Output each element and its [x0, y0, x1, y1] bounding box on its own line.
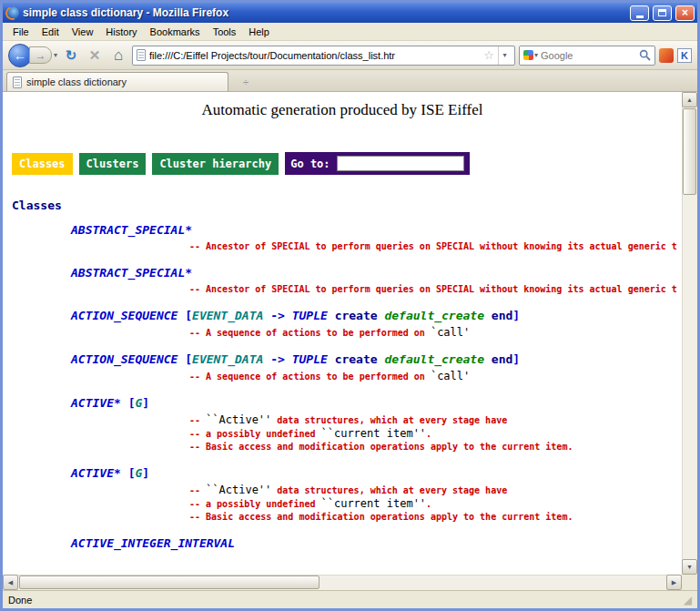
token-kw: end: [492, 352, 512, 366]
url-dropdown-icon[interactable]: ▾: [498, 46, 511, 65]
title-bar: simple class dictionary - Mozilla Firefo…: [3, 3, 697, 23]
scrollbar-corner: [682, 575, 697, 590]
stop-button[interactable]: ✕: [85, 46, 105, 66]
tab-bar: simple class dictionary ÷: [3, 70, 697, 92]
menu-edit[interactable]: Edit: [36, 24, 66, 40]
class-comments: -- Ancestor of SPECIAL to perform querie…: [189, 240, 682, 253]
scroll-right-button[interactable]: ▶: [666, 575, 682, 590]
menu-file[interactable]: File: [6, 24, 36, 40]
token-comment: --: [189, 485, 206, 495]
token-class[interactable]: ACTIVE_INTEGER_INTERVAL: [71, 536, 235, 550]
token-code: ``Active'': [206, 484, 271, 496]
menu-bookmarks[interactable]: Bookmarks: [144, 24, 207, 40]
class-comment-line: -- A sequence of actions to be performed…: [189, 370, 682, 383]
class-signature[interactable]: ACTIVE_INTEGER_INTERVAL: [71, 536, 682, 551]
token-comment: -- A sequence of actions to be performed…: [189, 372, 431, 382]
resize-grip-icon[interactable]: ◢: [684, 595, 692, 606]
addon-icon-2[interactable]: K: [677, 48, 692, 63]
class-comments: -- ``Active'' data structures, which at …: [189, 484, 682, 524]
token-feature[interactable]: default_create: [384, 352, 491, 366]
class-comment-line: -- Basic access and modification operati…: [189, 441, 682, 453]
token-class[interactable]: ACTION_SEQUENCE: [71, 309, 185, 322]
class-signature[interactable]: ABSTRACT_SPECIAL*: [71, 266, 682, 280]
token-comment: data structures, which at every stage ha…: [271, 485, 507, 495]
vertical-scrollbar[interactable]: [682, 92, 697, 575]
clusters-nav-button[interactable]: Clusters: [79, 153, 147, 175]
token-sym: [: [185, 309, 192, 322]
search-box[interactable]: ▾: [519, 46, 655, 66]
class-signature[interactable]: ACTION_SEQUENCE [EVENT_DATA -> TUPLE cre…: [71, 352, 682, 367]
class-signature[interactable]: ACTION_SEQUENCE [EVENT_DATA -> TUPLE cre…: [71, 309, 682, 323]
reload-button[interactable]: ↻: [61, 46, 81, 66]
home-button[interactable]: ⌂: [108, 46, 128, 66]
classes-nav-button[interactable]: Classes: [12, 153, 73, 175]
token-class[interactable]: ABSTRACT_SPECIAL*: [71, 223, 192, 237]
search-icon[interactable]: [639, 49, 651, 61]
class-comments: -- A sequence of actions to be performed…: [189, 370, 682, 383]
token-comment: -- Basic access and modification operati…: [189, 512, 573, 522]
class-signature[interactable]: ABSTRACT_SPECIAL*: [71, 223, 682, 238]
class-comment-line: -- Ancestor of SPECIAL to perform querie…: [189, 240, 682, 253]
horizontal-scrollbar[interactable]: [3, 575, 682, 590]
token-code: ``current item'': [321, 427, 427, 440]
token-feature[interactable]: default_create: [384, 309, 491, 322]
token-class[interactable]: ACTIVE*: [71, 396, 128, 410]
page-title: Automatic generation produced by ISE Eif…: [3, 101, 682, 119]
url-input[interactable]: [149, 50, 480, 61]
forward-button[interactable]: →: [29, 46, 52, 64]
search-input[interactable]: [541, 50, 636, 61]
status-bar: Done ◢: [3, 590, 697, 608]
browser-window: simple class dictionary - Mozilla Firefo…: [0, 0, 700, 611]
token-class[interactable]: ACTION_SEQUENCE: [71, 352, 185, 366]
tab-favicon: [13, 76, 22, 88]
close-button[interactable]: ×: [675, 5, 695, 21]
token-sym: ->: [263, 309, 291, 322]
vertical-scrollbar-thumb[interactable]: [683, 108, 696, 195]
class-signature[interactable]: ACTIVE* [G]: [71, 466, 682, 481]
horizontal-scrollbar-thumb[interactable]: [19, 575, 320, 589]
class-entry: ACTION_SEQUENCE [EVENT_DATA -> TUPLE cre…: [71, 309, 682, 340]
history-dropdown-icon[interactable]: ▾: [54, 51, 57, 59]
menu-view[interactable]: View: [66, 24, 100, 40]
tab-simple-class-dictionary[interactable]: simple class dictionary: [6, 72, 228, 91]
token-sym: ]: [512, 352, 520, 366]
doc-nav-row: Classes Clusters Cluster hierarchy Go to…: [12, 152, 682, 175]
menu-tools[interactable]: Tools: [207, 24, 243, 40]
token-generic[interactable]: EVENT_DATA: [192, 309, 263, 322]
browser-content: Automatic generation produced by ISE Eif…: [3, 92, 697, 590]
maximize-button[interactable]: [653, 5, 672, 21]
bookmark-star-icon[interactable]: ☆: [483, 49, 494, 61]
address-bar[interactable]: ☆ ▾: [132, 46, 515, 66]
class-comments: -- Ancestor of SPECIAL to perform querie…: [189, 283, 682, 296]
class-comment-line: -- a possibly undefined ``current item''…: [189, 427, 682, 441]
token-comment: .: [426, 499, 431, 509]
goto-group: Go to:: [285, 152, 469, 175]
scroll-left-button[interactable]: ◀: [3, 575, 18, 590]
minimize-button[interactable]: [630, 5, 649, 21]
goto-label: Go to:: [290, 158, 330, 170]
token-comment: -- Ancestor of SPECIAL to perform querie…: [189, 284, 677, 294]
token-generic[interactable]: EVENT_DATA: [192, 352, 263, 366]
goto-input[interactable]: [337, 156, 464, 171]
menu-help[interactable]: Help: [242, 24, 276, 40]
search-engine-dropdown-icon[interactable]: ▾: [534, 51, 538, 59]
scroll-up-button[interactable]: ▲: [682, 92, 697, 107]
token-class[interactable]: TUPLE: [292, 352, 335, 366]
class-comment-line: -- A sequence of actions to be performed…: [189, 326, 682, 340]
token-comment: data structures, which at every stage ha…: [271, 415, 507, 425]
token-class[interactable]: TUPLE: [292, 309, 335, 322]
token-class[interactable]: ABSTRACT_SPECIAL*: [71, 266, 192, 280]
google-icon: [523, 50, 533, 60]
document-page: Automatic generation produced by ISE Eif…: [3, 92, 682, 575]
token-code: `call': [431, 370, 470, 382]
menu-history[interactable]: History: [99, 24, 143, 40]
addon-icon-1[interactable]: [659, 48, 674, 63]
token-class[interactable]: ACTIVE*: [71, 466, 128, 480]
tab-strip-button[interactable]: ÷: [234, 74, 258, 89]
class-comment-line: -- Ancestor of SPECIAL to perform querie…: [189, 283, 682, 296]
cluster-hierarchy-nav-button[interactable]: Cluster hierarchy: [152, 153, 279, 175]
scroll-down-button[interactable]: ▼: [682, 559, 697, 575]
class-entry: ACTION_SEQUENCE [EVENT_DATA -> TUPLE cre…: [71, 352, 682, 383]
class-signature[interactable]: ACTIVE* [G]: [71, 396, 682, 411]
token-code: `call': [431, 326, 470, 339]
